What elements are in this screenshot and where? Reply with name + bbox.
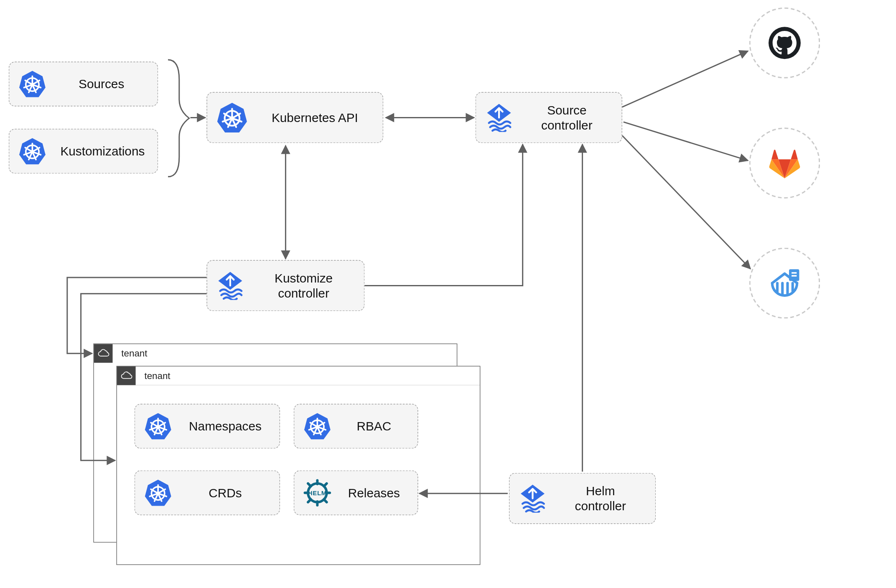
- harbor-icon: [768, 266, 801, 300]
- helm-icon: [303, 479, 331, 507]
- label-source-controller: Source controller: [527, 103, 621, 132]
- kubernetes-icon: [144, 479, 172, 507]
- node-crds: CRDs: [135, 471, 280, 515]
- svg-line-35: [624, 122, 748, 160]
- node-kustomizations: Kustomizations: [9, 129, 158, 173]
- flux-icon: [518, 484, 547, 512]
- gitlab-icon: [768, 146, 801, 180]
- ext-harbor: [749, 248, 820, 319]
- label-releases: Releases: [345, 485, 417, 500]
- tenant-label: tenant: [112, 344, 456, 363]
- ext-github: [749, 8, 820, 79]
- tenant-box-front: tenant Namespaces RBAC CRDs Releases: [116, 366, 480, 565]
- tenant-label: tenant: [136, 367, 480, 385]
- label-crds: CRDs: [186, 485, 279, 500]
- svg-line-36: [622, 136, 751, 269]
- cloud-icon: [94, 344, 113, 363]
- label-helm-controller: Helm controller: [560, 484, 655, 513]
- flux-icon: [216, 271, 244, 300]
- kubernetes-icon: [144, 412, 172, 440]
- brace-icon: [160, 57, 191, 179]
- node-namespaces: Namespaces: [135, 404, 280, 448]
- label-kustomizations: Kustomizations: [60, 144, 160, 159]
- node-helm-controller: Helm controller: [509, 473, 656, 524]
- tenant-header: tenant: [117, 367, 480, 385]
- node-sources: Sources: [9, 61, 158, 106]
- kubernetes-icon: [216, 102, 248, 134]
- cloud-icon: [117, 367, 136, 385]
- node-kubernetes-api: Kubernetes API: [206, 92, 383, 143]
- node-rbac: RBAC: [294, 404, 418, 448]
- label-sources: Sources: [60, 76, 157, 92]
- github-icon: [768, 26, 801, 60]
- label-kustomize-controller: Kustomize controller: [258, 271, 364, 300]
- kubernetes-icon: [18, 137, 46, 165]
- kubernetes-icon: [303, 412, 331, 440]
- svg-line-34: [622, 51, 748, 107]
- label-namespaces: Namespaces: [186, 419, 279, 434]
- flux-icon: [485, 103, 513, 132]
- kubernetes-icon: [18, 70, 46, 98]
- node-source-controller: Source controller: [476, 92, 622, 143]
- tenant-header: tenant: [94, 344, 457, 363]
- label-kubeapi: Kubernetes API: [262, 110, 383, 125]
- node-kustomize-controller: Kustomize controller: [206, 260, 364, 311]
- label-rbac: RBAC: [345, 419, 417, 434]
- node-releases: Releases: [294, 471, 418, 515]
- ext-gitlab: [749, 127, 820, 199]
